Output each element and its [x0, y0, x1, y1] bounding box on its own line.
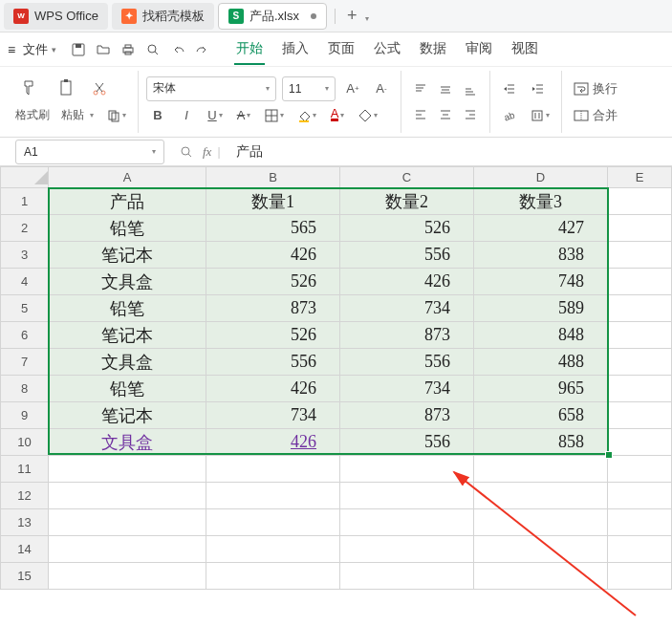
- tab-review[interactable]: 审阅: [464, 34, 494, 65]
- merge-cells-button[interactable]: 合并: [570, 103, 621, 128]
- grid[interactable]: A B C D E 1产品数量1数量2数量32铅笔5655264273笔记本42…: [0, 166, 672, 590]
- align-center-button[interactable]: [434, 103, 457, 126]
- cell[interactable]: 426: [206, 376, 340, 402]
- cell[interactable]: [340, 456, 474, 483]
- cell[interactable]: 笔记本: [49, 242, 206, 269]
- cell[interactable]: [49, 563, 206, 590]
- cell[interactable]: [608, 402, 672, 429]
- cell[interactable]: 笔记本: [49, 322, 206, 349]
- cell[interactable]: 488: [474, 349, 608, 376]
- cell[interactable]: 734: [340, 295, 474, 322]
- cell[interactable]: [474, 483, 608, 509]
- redo-button[interactable]: [190, 37, 215, 62]
- align-middle-button[interactable]: [434, 78, 457, 101]
- cell[interactable]: 873: [340, 402, 474, 429]
- align-right-button[interactable]: [459, 103, 482, 126]
- cancel-formula-button[interactable]: [180, 145, 193, 159]
- tab-view[interactable]: 视图: [509, 34, 540, 65]
- tab-data[interactable]: 数据: [418, 34, 448, 65]
- selection-handle[interactable]: [605, 451, 613, 459]
- row-header[interactable]: 8: [1, 376, 49, 402]
- cell[interactable]: 文具盒: [49, 429, 206, 456]
- cell[interactable]: 873: [340, 322, 474, 349]
- cell[interactable]: [340, 483, 474, 509]
- cell[interactable]: [608, 429, 672, 456]
- cell[interactable]: 848: [474, 322, 608, 349]
- cell[interactable]: [608, 269, 672, 295]
- decrease-font-button[interactable]: A-: [370, 76, 393, 101]
- cell[interactable]: [474, 456, 608, 483]
- col-header[interactable]: E: [608, 167, 672, 188]
- row-header[interactable]: 10: [1, 429, 49, 456]
- col-header[interactable]: C: [340, 167, 474, 188]
- tab-insert[interactable]: 插入: [280, 34, 311, 65]
- cell[interactable]: [608, 242, 672, 269]
- cell[interactable]: [340, 536, 474, 563]
- cell[interactable]: [474, 563, 608, 590]
- cell[interactable]: [474, 536, 608, 563]
- col-header[interactable]: B: [206, 167, 340, 188]
- align-bottom-button[interactable]: [459, 78, 482, 101]
- save-button[interactable]: [66, 37, 91, 62]
- row-header[interactable]: 6: [1, 322, 49, 349]
- cell[interactable]: [608, 456, 672, 483]
- preview-button[interactable]: [141, 37, 165, 62]
- cell[interactable]: [608, 483, 672, 509]
- cell[interactable]: 文具盒: [49, 349, 206, 376]
- cell[interactable]: [340, 563, 474, 590]
- row-header[interactable]: 15: [1, 563, 49, 590]
- cell[interactable]: 426: [340, 269, 474, 295]
- cell[interactable]: 数量2: [340, 188, 474, 215]
- name-box[interactable]: A1 ▾: [15, 140, 164, 164]
- cell[interactable]: 数量1: [206, 188, 340, 215]
- cell[interactable]: 565: [206, 215, 340, 242]
- undo-button[interactable]: [165, 37, 190, 62]
- cell[interactable]: 748: [474, 269, 608, 295]
- bold-button[interactable]: B: [146, 103, 169, 128]
- cell[interactable]: [206, 509, 340, 536]
- orientation-button[interactable]: ab: [498, 103, 521, 128]
- cell[interactable]: 427: [474, 215, 608, 242]
- cell[interactable]: [206, 456, 340, 483]
- increase-font-button[interactable]: A+: [341, 76, 364, 101]
- row-header[interactable]: 5: [1, 295, 49, 322]
- text-direction-button[interactable]: ▾: [527, 103, 553, 128]
- align-top-button[interactable]: [409, 78, 432, 101]
- underline-button[interactable]: U▾: [204, 103, 227, 128]
- cell[interactable]: [608, 322, 672, 349]
- cell[interactable]: [608, 509, 672, 536]
- cell[interactable]: [340, 509, 474, 536]
- row-header[interactable]: 12: [1, 483, 49, 509]
- row-header[interactable]: 11: [1, 456, 49, 483]
- cell[interactable]: [49, 483, 206, 509]
- tab-start[interactable]: 开始: [234, 34, 265, 65]
- cell[interactable]: 556: [206, 349, 340, 376]
- cell[interactable]: 589: [474, 295, 608, 322]
- cell[interactable]: [608, 215, 672, 242]
- cell[interactable]: 426: [206, 429, 340, 456]
- new-tab-button[interactable]: + ▾: [339, 6, 378, 26]
- tab-page[interactable]: 页面: [326, 34, 357, 65]
- cell[interactable]: [206, 536, 340, 563]
- fx-label[interactable]: fx: [203, 144, 211, 160]
- wrap-text-button[interactable]: 换行: [570, 76, 621, 101]
- cell[interactable]: 556: [340, 429, 474, 456]
- cell[interactable]: [608, 188, 672, 215]
- cell[interactable]: 426: [206, 242, 340, 269]
- formula-input[interactable]: 产品: [227, 143, 672, 161]
- font-size-select[interactable]: 11 ▾: [282, 76, 336, 101]
- cell[interactable]: 838: [474, 242, 608, 269]
- strikethrough-button[interactable]: A▾: [232, 103, 255, 128]
- border-button[interactable]: ▾: [261, 103, 288, 128]
- open-button[interactable]: [91, 37, 116, 62]
- file-menu[interactable]: 文件: [23, 41, 48, 58]
- cell[interactable]: 734: [340, 376, 474, 402]
- cell[interactable]: 734: [206, 402, 340, 429]
- cell[interactable]: 556: [340, 349, 474, 376]
- cell[interactable]: [206, 483, 340, 509]
- cell[interactable]: [608, 295, 672, 322]
- cell[interactable]: [608, 349, 672, 376]
- app-tab-document[interactable]: S 产品.xlsx: [218, 3, 327, 30]
- cell[interactable]: 658: [474, 402, 608, 429]
- copy-button[interactable]: ▾: [103, 103, 130, 128]
